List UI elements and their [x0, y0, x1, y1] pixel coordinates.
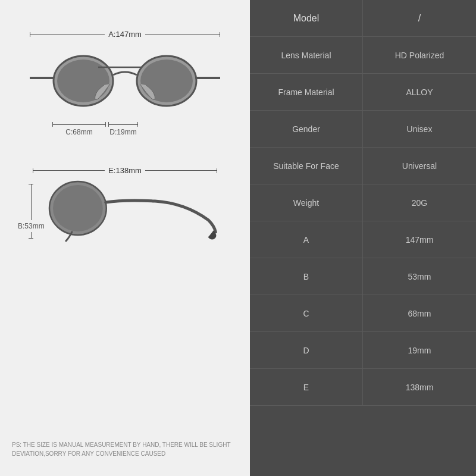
- spec-value-8: 68mm: [363, 295, 476, 331]
- spec-row-6: A147mm: [250, 221, 476, 258]
- glasses-front-view: [30, 42, 220, 120]
- spec-row-10: E138mm: [250, 369, 476, 406]
- dimension-d-label: D:19mm: [108, 128, 138, 136]
- side-view-container: B:53mm: [18, 178, 220, 244]
- dimension-c-arrow: [52, 122, 106, 127]
- spec-value-1: HD Polarized: [363, 37, 476, 73]
- spec-row-7: B53mm: [250, 258, 476, 295]
- left-panel: A:147mm: [0, 0, 250, 476]
- dimension-e-arrow: E:138mm: [33, 166, 217, 175]
- spec-label-0: Model: [250, 0, 363, 36]
- spec-label-4: Suitable For Face: [250, 148, 363, 184]
- dimension-a-label: A:147mm: [105, 30, 145, 39]
- spec-row-5: Weight20G: [250, 184, 476, 221]
- spec-value-0: /: [363, 0, 476, 36]
- top-diagram: A:147mm: [18, 30, 232, 136]
- spec-row-8: C68mm: [250, 295, 476, 332]
- spec-value-10: 138mm: [363, 369, 476, 405]
- spec-value-6: 147mm: [363, 221, 476, 258]
- spec-row-4: Suitable For FaceUniversal: [250, 148, 476, 184]
- spec-value-2: ALLOY: [363, 74, 476, 110]
- spec-value-5: 20G: [363, 184, 476, 221]
- spec-value-4: Universal: [363, 148, 476, 184]
- dimension-b-label: B:53mm: [18, 222, 45, 230]
- dimension-d-arrow: [108, 122, 138, 127]
- spec-label-1: Lens Material: [250, 37, 363, 73]
- spec-label-6: A: [250, 221, 363, 258]
- spec-table: Model/Lens MaterialHD PolarizedFrame Mat…: [250, 0, 476, 476]
- ps-note: PS: THE SIZE IS MANUAL MEASUREMENT BY HA…: [12, 440, 238, 458]
- spec-row-3: GenderUnisex: [250, 111, 476, 148]
- dimension-c-measure: C:68mm: [52, 122, 106, 136]
- spec-label-5: Weight: [250, 184, 363, 221]
- svg-point-5: [140, 60, 193, 102]
- spec-row-2: Frame MaterialALLOY: [250, 74, 476, 111]
- spec-label-8: C: [250, 295, 363, 331]
- glasses-side-view: [48, 178, 220, 244]
- spec-value-9: 19mm: [363, 332, 476, 368]
- spec-label-9: D: [250, 332, 363, 368]
- svg-point-2: [57, 60, 109, 102]
- spec-label-7: B: [250, 258, 363, 295]
- dimension-d-measure: D:19mm: [108, 122, 138, 136]
- dimension-c-label: C:68mm: [52, 128, 106, 136]
- dimension-b-measure: B:53mm: [18, 184, 45, 239]
- spec-row-0: Model/: [250, 0, 476, 37]
- spec-row-1: Lens MaterialHD Polarized: [250, 37, 476, 74]
- svg-point-8: [53, 185, 103, 231]
- spec-value-3: Unisex: [363, 111, 476, 147]
- side-diagram: E:138mm B:53mm: [18, 166, 232, 244]
- dimension-e-label: E:138mm: [105, 166, 145, 175]
- dimension-a-arrow: A:147mm: [30, 30, 220, 39]
- spec-label-2: Frame Material: [250, 74, 363, 110]
- right-panel: Model/Lens MaterialHD PolarizedFrame Mat…: [250, 0, 476, 476]
- spec-row-9: D19mm: [250, 332, 476, 369]
- spec-label-3: Gender: [250, 111, 363, 147]
- spec-label-10: E: [250, 369, 363, 405]
- cd-measurements: C:68mm D:19mm: [30, 122, 220, 136]
- spec-value-7: 53mm: [363, 258, 476, 295]
